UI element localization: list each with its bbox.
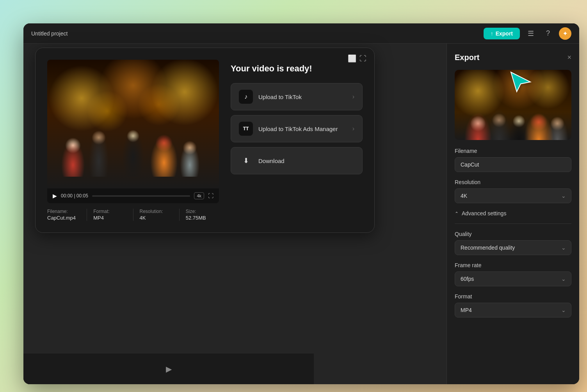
framerate-field-group: Frame rate 60fps 30fps 25fps 24fps [455, 262, 571, 286]
download-icon: ⬇ [239, 154, 253, 168]
format-select-wrapper: MP4 MOV AVI GIF [455, 303, 571, 318]
caption-icon-btn[interactable]: ⬜ [348, 54, 356, 63]
quality-field-label: Quality [455, 231, 571, 237]
resolution-value: 4K [140, 215, 146, 221]
content-area: ⬜ ⛶ ▶ 00:00 [23, 44, 579, 384]
fullscreen-button[interactable]: ⛶ [208, 193, 213, 199]
filename-field-label: Filename [455, 148, 571, 154]
tiktok-icon: ♪ [239, 90, 253, 104]
divider [455, 223, 571, 224]
size-value: 52.75MB [186, 215, 206, 221]
main-area: ⬜ ⛶ ▶ 00:00 [23, 44, 446, 384]
format-field-label: Format [455, 293, 571, 300]
tiktok-upload-option[interactable]: ♪ Upload to TikTok › [231, 83, 363, 110]
framerate-field-label: Frame rate [455, 262, 571, 268]
quality-badge: 4k [194, 192, 204, 199]
resolution-field-group: Resolution 4K 2K 1080p 720p [455, 179, 571, 203]
meta-divider-1 [87, 209, 87, 221]
help-icon: ? [546, 29, 550, 37]
framerate-select[interactable]: 60fps 30fps 25fps 24fps [455, 271, 571, 286]
filename-value: CapCut.mp4 [47, 215, 76, 221]
time-display: 00:00 | 00:05 [61, 193, 88, 199]
avatar-button[interactable]: ✦ [559, 27, 571, 40]
format-field-group: Format MP4 MOV AVI GIF [455, 293, 571, 318]
video-preview [47, 60, 219, 188]
tiktok-ads-icon: TT [239, 122, 253, 136]
meta-divider-2 [133, 209, 133, 221]
avatar-icon: ✦ [563, 30, 567, 37]
expand-icon: ⛶ [359, 55, 366, 62]
export-panel: Export × Filename Res [446, 44, 579, 384]
filename-input[interactable] [455, 157, 571, 172]
quality-field-group: Quality Recommended quality High Medium … [455, 231, 571, 255]
meta-divider-3 [179, 209, 180, 221]
caption-icon: ⬜ [348, 55, 356, 62]
close-icon: × [567, 53, 571, 61]
total-time: 00:05 [76, 193, 88, 199]
preview-thumbnail [455, 70, 571, 140]
video-ready-modal: ⬜ ⛶ ▶ 00:00 [35, 48, 375, 233]
advanced-settings-label: Advanced settings [462, 210, 506, 216]
current-time: 00:00 [61, 193, 73, 199]
meta-format: Format: MP4 [93, 209, 126, 221]
export-panel-title: Export [455, 53, 479, 62]
export-panel-header: Export × [455, 53, 571, 62]
quality-select[interactable]: Recommended quality High Medium Low [455, 240, 571, 255]
tiktok-ads-label: Upload to TikTok Ads Manager [258, 126, 347, 132]
tiktok-label: Upload to TikTok [258, 94, 347, 100]
format-value: MP4 [93, 215, 104, 221]
format-select[interactable]: MP4 MOV AVI GIF [455, 303, 571, 318]
meta-filename: Filename: CapCut.mp4 [47, 209, 80, 221]
resolution-select[interactable]: 4K 2K 1080p 720p [455, 188, 571, 203]
top-bar: Untitled project ↑ Export ☰ ? ✦ [23, 23, 579, 44]
video-player: ▶ 00:00 | 00:05 4k ⛶ [47, 60, 219, 221]
size-label: Size: [186, 209, 219, 214]
top-bar-actions: ↑ Export ☰ ? ✦ [484, 27, 571, 40]
menu-icon: ☰ [528, 29, 534, 38]
menu-button[interactable]: ☰ [525, 27, 537, 40]
resolution-select-wrapper: 4K 2K 1080p 720p [455, 188, 571, 203]
meta-size: Size: 52.75MB [186, 209, 219, 221]
modal-body: ▶ 00:00 | 00:05 4k ⛶ [47, 60, 363, 221]
tiktok-arrow-icon: › [352, 93, 354, 100]
close-panel-button[interactable]: × [567, 53, 571, 62]
download-label: Download [258, 158, 349, 164]
advanced-settings-toggle[interactable]: ⌄ Advanced settings [455, 210, 506, 216]
app-window: Untitled project ↑ Export ☰ ? ✦ [23, 23, 579, 384]
video-ready-title: Your video is ready! [231, 64, 363, 74]
help-button[interactable]: ? [542, 27, 554, 40]
quality-select-wrapper: Recommended quality High Medium Low [455, 240, 571, 255]
meta-resolution: Resolution: 4K [140, 209, 173, 221]
resolution-field-label: Resolution [455, 179, 571, 185]
framerate-select-wrapper: 60fps 30fps 25fps 24fps [455, 271, 571, 286]
download-option[interactable]: ⬇ Download [231, 147, 363, 174]
video-scene [47, 60, 219, 188]
filename-label: Filename: [47, 209, 80, 214]
export-button[interactable]: ↑ Export [484, 28, 520, 39]
bottom-playback-bar: ▶ [23, 353, 314, 384]
modal-icons: ⬜ ⛶ [348, 54, 366, 63]
play-button[interactable]: ▶ [53, 193, 57, 199]
tiktok-ads-arrow-icon: › [352, 125, 354, 132]
bottom-play-button[interactable]: ▶ [166, 364, 172, 374]
preview-scene [455, 70, 571, 140]
video-controls: ▶ 00:00 | 00:05 4k ⛶ [47, 188, 219, 203]
upload-options: Your video is ready! ♪ Upload to TikTok … [231, 60, 363, 221]
filename-field-group: Filename [455, 148, 571, 172]
fullscreen-icon-btn[interactable]: ⛶ [359, 54, 366, 63]
chevron-up-icon: ⌄ [455, 211, 459, 216]
progress-bar[interactable] [92, 195, 190, 197]
export-label: Export [496, 30, 513, 37]
upload-icon: ↑ [491, 30, 493, 37]
format-label: Format: [93, 209, 126, 214]
project-title: Untitled project [31, 30, 68, 37]
resolution-label: Resolution: [140, 209, 173, 214]
tiktok-ads-upload-option[interactable]: TT Upload to TikTok Ads Manager › [231, 115, 363, 142]
video-meta: Filename: CapCut.mp4 Format: MP4 Resolut… [47, 209, 219, 221]
